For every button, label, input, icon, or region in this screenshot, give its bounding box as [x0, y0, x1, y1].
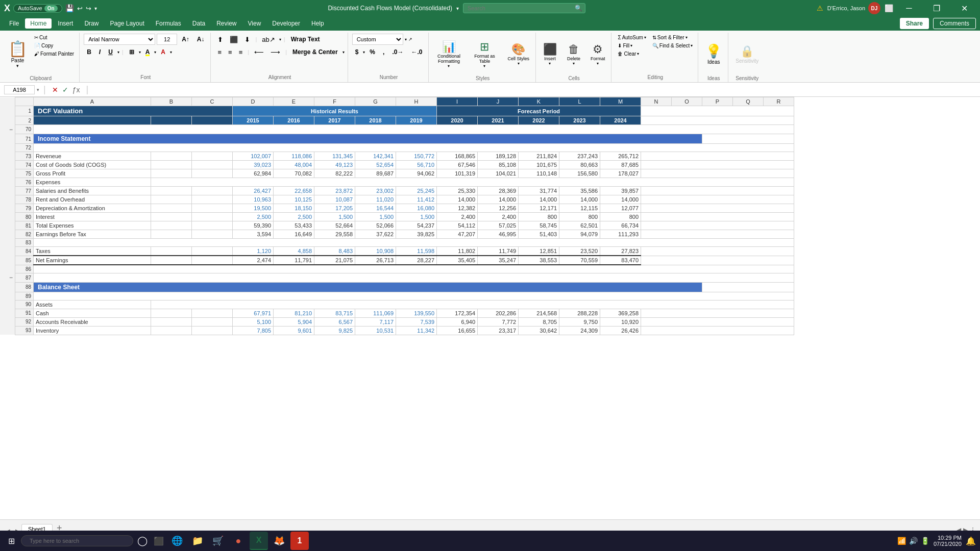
- salaries-2019[interactable]: 25,245: [396, 187, 437, 195]
- rent-2017[interactable]: 10,087: [314, 195, 355, 204]
- autosum-dropdown[interactable]: ▾: [644, 35, 646, 40]
- taxes-2023[interactable]: 23,520: [559, 247, 600, 256]
- close-button[interactable]: ✕: [952, 0, 976, 16]
- group-minus-indicator[interactable]: −: [7, 125, 15, 134]
- revenue-2023[interactable]: 237,243: [559, 152, 600, 161]
- ebt-2020[interactable]: 47,207: [437, 230, 478, 239]
- decrease-indent-button[interactable]: ⟵: [252, 46, 266, 58]
- net-earn-2020[interactable]: 35,405: [437, 256, 478, 265]
- col-header-P[interactable]: P: [702, 97, 733, 106]
- currency-dropdown[interactable]: ▾: [363, 50, 365, 55]
- ar-2024[interactable]: 10,920: [600, 317, 641, 326]
- fill-button[interactable]: ⬇ Fill ▾: [616, 42, 648, 49]
- cash-2016[interactable]: 81,210: [274, 309, 314, 317]
- merge-center-button[interactable]: Merge & Center: [289, 46, 341, 58]
- ebt-2016[interactable]: 16,649: [274, 230, 314, 239]
- col-header-G[interactable]: G: [355, 97, 396, 106]
- total-exp-2021[interactable]: 57,025: [478, 221, 519, 230]
- italic-button[interactable]: I: [96, 46, 104, 58]
- align-bottom-button[interactable]: ⬇: [242, 34, 253, 45]
- col-header-A[interactable]: A: [34, 97, 151, 106]
- cogs-2024[interactable]: 87,685: [600, 161, 641, 169]
- da-2024[interactable]: 12,077: [600, 204, 641, 213]
- title-dropdown-icon[interactable]: ▾: [456, 6, 459, 11]
- inv-2020[interactable]: 16,655: [437, 326, 478, 335]
- year-2019[interactable]: 2019: [396, 116, 437, 125]
- gross-profit-2024[interactable]: 178,027: [600, 169, 641, 178]
- taxes-2015[interactable]: 1,120: [233, 247, 274, 256]
- cell-styles-dropdown[interactable]: ▾: [518, 61, 520, 66]
- gross-profit-2021[interactable]: 104,021: [478, 169, 519, 178]
- ebt-2024[interactable]: 111,293: [600, 230, 641, 239]
- inv-2019[interactable]: 11,342: [396, 326, 437, 335]
- search-wrapper[interactable]: 🔍: [463, 3, 585, 13]
- col-header-O[interactable]: O: [672, 97, 702, 106]
- total-exp-2019[interactable]: 54,237: [396, 221, 437, 230]
- taskbar-app-extra[interactable]: 🦊: [270, 532, 288, 550]
- interest-2021[interactable]: 2,400: [478, 213, 519, 221]
- revenue-2020[interactable]: 168,865: [437, 152, 478, 161]
- salaries-2024[interactable]: 39,857: [600, 187, 641, 195]
- revenue-2022[interactable]: 211,824: [519, 152, 559, 161]
- year-2022[interactable]: 2022: [519, 116, 559, 125]
- copy-button[interactable]: 📄 Copy: [32, 42, 76, 49]
- col-header-R[interactable]: R: [764, 97, 794, 106]
- da-label[interactable]: Depreciation & Amortization: [34, 204, 151, 213]
- total-exp-2023[interactable]: 62,501: [559, 221, 600, 230]
- currency-button[interactable]: $: [352, 46, 362, 58]
- gross-profit-2015[interactable]: 62,984: [233, 169, 274, 178]
- save-icon[interactable]: 💾: [65, 4, 74, 12]
- cell-reference[interactable]: [4, 85, 35, 94]
- gross-profit-2017[interactable]: 82,222: [314, 169, 355, 178]
- cogs-2015[interactable]: 39,023: [233, 161, 274, 169]
- sheet-area[interactable]: A B C D E F G H I J K L M N O P Q: [0, 97, 980, 519]
- cash-2015[interactable]: 67,971: [233, 309, 274, 317]
- net-earn-2024[interactable]: 83,470: [600, 256, 641, 265]
- ar-2021[interactable]: 7,772: [478, 317, 519, 326]
- col-header-D[interactable]: D: [233, 97, 274, 106]
- salaries-2015[interactable]: 26,427: [233, 187, 274, 195]
- year-2024[interactable]: 2024: [600, 116, 641, 125]
- ar-2015[interactable]: 5,100: [233, 317, 274, 326]
- ebt-2021[interactable]: 46,995: [478, 230, 519, 239]
- expenses-label[interactable]: Expenses: [34, 178, 151, 187]
- rent-2016[interactable]: 10,125: [274, 195, 314, 204]
- percent-button[interactable]: %: [366, 46, 378, 58]
- ebt-2023[interactable]: 94,079: [559, 230, 600, 239]
- col-header-E[interactable]: E: [274, 97, 314, 106]
- sensitivity-button[interactable]: 🔒 Sensitivity: [732, 34, 762, 74]
- ribbon-display-icon[interactable]: ⬜: [885, 4, 893, 12]
- da-2016[interactable]: 18,150: [274, 204, 314, 213]
- menu-formulas[interactable]: Formulas: [151, 18, 186, 29]
- ebt-2015[interactable]: 3,594: [233, 230, 274, 239]
- inv-2021[interactable]: 23,317: [478, 326, 519, 335]
- font-size-input[interactable]: [157, 34, 177, 45]
- salaries-label[interactable]: Salaries and Benefits: [34, 187, 151, 195]
- salaries-2023[interactable]: 35,586: [559, 187, 600, 195]
- taskbar-datetime[interactable]: 10:29 PM 07/21/2020: [934, 535, 962, 547]
- cogs-2022[interactable]: 101,675: [519, 161, 559, 169]
- restore-button[interactable]: ❐: [925, 0, 948, 16]
- find-select-dropdown[interactable]: ▾: [691, 43, 693, 48]
- cash-label[interactable]: Cash: [34, 309, 151, 317]
- borders-dropdown[interactable]: ▾: [139, 50, 141, 55]
- undo-icon[interactable]: ↩: [77, 5, 83, 12]
- inventory-label[interactable]: Inventory: [34, 326, 151, 335]
- clear-dropdown[interactable]: ▾: [637, 52, 639, 56]
- rent-2019[interactable]: 11,412: [396, 195, 437, 204]
- comments-button[interactable]: Comments: [933, 18, 976, 29]
- sort-filter-dropdown[interactable]: ▾: [685, 35, 688, 40]
- rent-2021[interactable]: 14,000: [478, 195, 519, 204]
- share-button[interactable]: Share: [900, 18, 929, 29]
- format-as-table-dropdown[interactable]: ▾: [483, 64, 485, 68]
- ebt-2019[interactable]: 39,825: [396, 230, 437, 239]
- rent-2018[interactable]: 11,020: [355, 195, 396, 204]
- cogs-2021[interactable]: 85,108: [478, 161, 519, 169]
- gross-profit-2019[interactable]: 94,062: [396, 169, 437, 178]
- redo-icon[interactable]: ↪: [86, 5, 91, 12]
- year-2018[interactable]: 2018: [355, 116, 396, 125]
- cash-2021[interactable]: 202,286: [478, 309, 519, 317]
- gross-profit-2016[interactable]: 70,082: [274, 169, 314, 178]
- net-earnings-label[interactable]: Net Earnings: [34, 256, 151, 265]
- font-color-button[interactable]: A: [158, 46, 168, 58]
